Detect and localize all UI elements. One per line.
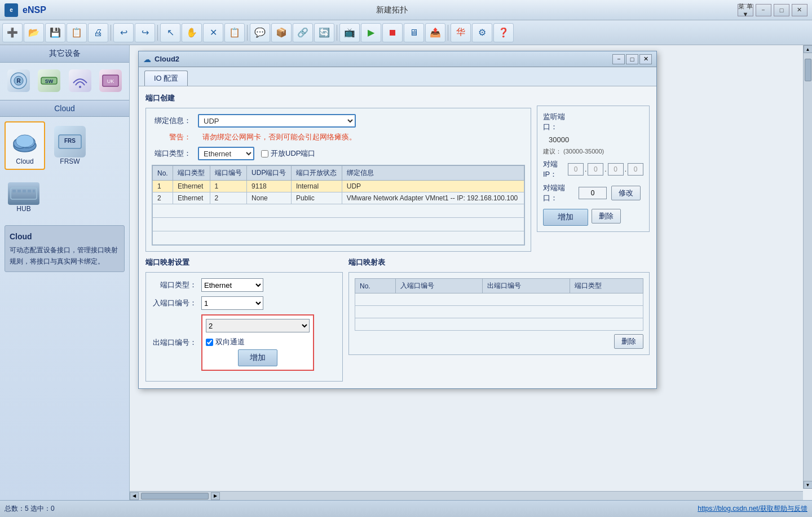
peer-port-input[interactable]	[579, 187, 607, 199]
tb-link[interactable]: 🔗	[293, 23, 313, 42]
mapping-type-select[interactable]: Ethernet	[201, 278, 263, 292]
open-udp-checkbox[interactable]	[261, 150, 268, 157]
canvas-area[interactable]: ☁ Cloud2 － □ ✕ IO 配置	[130, 45, 812, 500]
in-port-row: 入端口编号： 1 2	[152, 296, 337, 310]
scroll-right-arrow[interactable]: ▶	[211, 492, 220, 500]
scrollbar-bottom[interactable]: ◀ ▶	[130, 491, 803, 500]
ip-input-group: . . .	[568, 163, 643, 176]
tb-open[interactable]: 📂	[24, 23, 44, 42]
table-row[interactable]: 1 Ethernet 1 9118 Internal UDP	[153, 181, 524, 192]
out-port-row: 出端口编号： 2 1	[152, 314, 337, 371]
tb-saveas[interactable]: 📋	[67, 23, 87, 42]
bidirect-row: 双向通道	[206, 337, 310, 347]
ip-seg-3[interactable]	[608, 163, 624, 176]
tb-pointer[interactable]: ↖	[160, 23, 180, 42]
mapping-right-panel: 端口映射表 No. 入端口编号 出端口编号 端口类型	[348, 257, 650, 382]
ip-seg-4[interactable]	[628, 163, 643, 176]
dialog-title-text: Cloud2	[155, 55, 179, 63]
ip-seg-1[interactable]	[568, 163, 584, 176]
sidebar: 其它设备 R SW UK	[0, 45, 130, 500]
binding-select[interactable]: UDP VMware Network Adapter VMnet1	[198, 114, 356, 128]
svg-text:FRS: FRS	[64, 138, 76, 144]
sidebar-item-hub[interactable]: HUB	[5, 179, 43, 216]
sidebar-item-wireless[interactable]	[66, 67, 94, 95]
cell-portno: 2	[210, 192, 247, 204]
scrollbar-right[interactable]: ▲ ▼	[803, 45, 812, 489]
tb-refresh[interactable]: 🔄	[314, 23, 334, 42]
close-button[interactable]: ✕	[792, 4, 807, 16]
tb-undo[interactable]: ↩	[113, 23, 134, 42]
table-row[interactable]: 2 Ethernet 2 None Public VMware Network …	[153, 192, 524, 204]
dialog-minimize-btn[interactable]: －	[612, 54, 625, 64]
monitor-port-label: 监听端口：	[543, 112, 574, 132]
tb-copy[interactable]: 📋	[224, 23, 245, 42]
cell-state: Internal	[292, 181, 342, 192]
sidebar-item-router[interactable]: R	[5, 67, 33, 95]
add-button[interactable]: 增加	[543, 209, 588, 226]
scroll-left-arrow[interactable]: ◀	[130, 492, 139, 500]
table-row-empty	[153, 231, 524, 245]
peer-ip-label: 对端IP：	[543, 159, 563, 179]
cell-binding: VMware Network Adapter VMnet1 -- IP: 192…	[342, 192, 524, 204]
scroll-thumb-v[interactable]	[805, 59, 811, 81]
svg-text:UK: UK	[107, 78, 114, 84]
warning-text: 请勿绑定公网网卡，否则可能会引起网络瘫痪。	[202, 132, 356, 142]
in-port-select[interactable]: 1 2	[201, 296, 263, 310]
port-type-row: 端口类型： Ethernet Serial 开放UDP端口	[152, 147, 525, 160]
sidebar-item-frsw[interactable]: FRS FRSW	[50, 121, 90, 170]
svg-rect-15	[12, 190, 16, 192]
scroll-thumb-h[interactable]	[141, 493, 209, 500]
cell-portno: 1	[210, 181, 247, 192]
main-layout: 其它设备 R SW UK	[0, 45, 812, 500]
tb-monitor[interactable]: 📺	[339, 23, 360, 42]
mapping-row-empty	[355, 318, 643, 331]
tb-hand[interactable]: ✋	[182, 23, 202, 42]
tb-stop[interactable]: ⏹	[382, 23, 403, 42]
tb-save[interactable]: 💾	[45, 23, 65, 42]
bidirect-checkbox[interactable]	[206, 339, 213, 346]
tb-text[interactable]: 💬	[250, 23, 270, 42]
tab-io-config[interactable]: IO 配置	[144, 71, 188, 86]
tb-delete[interactable]: ✕	[203, 23, 223, 42]
col-type: 端口类型	[173, 166, 210, 181]
port-type-select[interactable]: Ethernet Serial	[198, 147, 254, 160]
tb-export[interactable]: 📤	[425, 23, 445, 42]
mapping-delete-button[interactable]: 删除	[614, 334, 643, 349]
maximize-button[interactable]: □	[774, 4, 789, 16]
scroll-up-arrow[interactable]: ▲	[804, 45, 813, 53]
modify-button[interactable]: 修改	[611, 186, 641, 200]
col-udpno: UDP端口号	[247, 166, 292, 181]
menu-button[interactable]: 菜 单▼	[738, 4, 753, 16]
scroll-down-arrow[interactable]: ▼	[804, 481, 813, 489]
minimize-button[interactable]: －	[756, 4, 771, 16]
tb-box[interactable]: 📦	[271, 23, 292, 42]
mapping-add-button[interactable]: 增加	[238, 349, 277, 366]
cell-binding: UDP	[342, 181, 524, 192]
ip-seg-2[interactable]	[588, 163, 603, 176]
dialog-maximize-btn[interactable]: □	[626, 54, 638, 64]
frsw-item-label: FRSW	[60, 157, 80, 165]
tb-settings[interactable]: ⚙	[472, 23, 492, 42]
tb-huawei[interactable]: 华	[451, 23, 471, 42]
status-link[interactable]: https://blog.csdn.net/获取帮助与反馈	[698, 504, 807, 514]
sidebar-desc-text: 可动态配置设备接口，管理接口映射规则，将接口与真实网卡绑定。	[10, 245, 120, 266]
sidebar-item-other[interactable]: UK	[96, 67, 125, 95]
sidebar-section-cloud[interactable]: Cloud	[0, 100, 129, 117]
sidebar-description: Cloud 可动态配置设备接口，管理接口映射规则，将接口与真实网卡绑定。	[5, 225, 125, 272]
tb-play[interactable]: ▶	[361, 23, 381, 42]
open-udp-checkbox-label[interactable]: 开放UDP端口	[261, 148, 315, 159]
sidebar-item-cloud[interactable]: Cloud	[5, 121, 45, 170]
out-port-select[interactable]: 2 1	[206, 319, 310, 332]
sidebar-item-switch[interactable]: SW	[35, 67, 63, 95]
mapping-type-label: 端口类型：	[152, 280, 197, 290]
col-binding: 绑定信息	[342, 166, 524, 181]
tb-help[interactable]: ❓	[493, 23, 514, 42]
tb-redo[interactable]: ↪	[135, 23, 155, 42]
monitor-port-row: 监听端口：	[543, 112, 643, 132]
tb-screen[interactable]: 🖥	[404, 23, 424, 42]
window-title: 新建拓扑	[376, 5, 408, 14]
dialog-close-btn[interactable]: ✕	[639, 54, 652, 64]
tb-new[interactable]: ➕	[2, 23, 23, 42]
tb-print[interactable]: 🖨	[88, 23, 108, 42]
delete-button[interactable]: 删除	[592, 209, 621, 224]
